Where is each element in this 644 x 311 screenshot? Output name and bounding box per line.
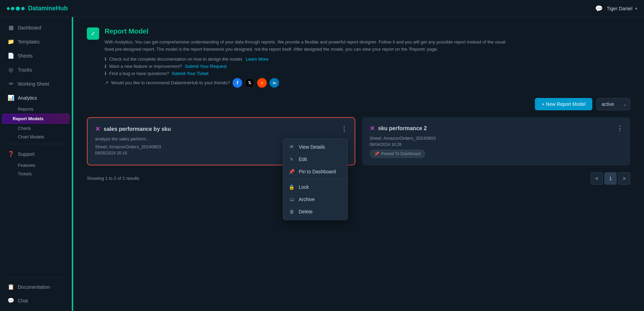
sidebar-label-working-sheet: Working Sheet <box>18 81 49 87</box>
card-2-menu-button[interactable]: ⋮ <box>617 125 623 132</box>
new-report-model-button[interactable]: + New Report Model <box>535 98 592 110</box>
reddit-button[interactable]: r <box>257 78 267 88</box>
sidebar-sub-chart-models[interactable]: Chart Models <box>2 133 69 141</box>
header-right: 💬 Tiger Daniel ▾ <box>595 5 637 12</box>
dashboard-icon: ▦ <box>8 24 14 31</box>
info-link-text-4: Would you like to recommend DatamineHub … <box>111 80 230 85</box>
sidebar-label-report-models: Report Models <box>13 116 43 121</box>
context-menu-lock[interactable]: 🔒 Lock <box>283 181 347 193</box>
card-1-cross-icon: ✕ <box>95 125 100 133</box>
sidebar-item-support[interactable]: ❓ Support <box>2 147 69 161</box>
analytics-icon: 📊 <box>8 95 14 101</box>
info-links: ℹ Check out the complete documentation o… <box>105 57 515 88</box>
share-icon: ↗ <box>105 80 108 85</box>
logo-dot-3 <box>16 7 20 11</box>
logo-dot-2 <box>11 7 14 10</box>
sidebar-item-dashboard[interactable]: ▦ Dashboard <box>2 21 69 34</box>
info-link-2[interactable]: Submit Your Request <box>185 64 226 69</box>
context-menu-divider <box>283 179 347 179</box>
sidebar-divider-2 <box>4 277 67 277</box>
sidebar-label-templates: Templates <box>18 39 40 45</box>
user-chevron-icon: ▾ <box>635 6 637 11</box>
documentation-icon: 📋 <box>8 284 14 290</box>
logo-text: DatamineHub <box>28 5 68 12</box>
context-menu-archive[interactable]: 🗂 Archive <box>283 193 347 206</box>
view-details-icon: 👁 <box>289 144 295 150</box>
sidebar-item-chat[interactable]: 💬 Chat <box>2 294 69 307</box>
card-1-menu-button[interactable]: ⋮ <box>341 125 347 133</box>
toolbar: + New Report Model active archived all <box>87 98 630 110</box>
sidebar-sub-features[interactable]: Features <box>2 161 69 169</box>
delete-icon: 🗑 <box>289 209 295 214</box>
twitter-x-button[interactable]: 𝕏 <box>245 78 254 88</box>
sidebar-item-templates[interactable]: 📁 Templates <box>2 35 69 48</box>
sidebar-sub-reports[interactable]: Reports <box>2 105 69 113</box>
report-card-2-title-text: sku performance 2 <box>378 125 427 132</box>
status-select[interactable]: active archived all <box>596 98 630 110</box>
sidebar-item-sheets[interactable]: 📄 Sheets <box>2 49 69 62</box>
sidebar-item-tracks[interactable]: ◎ Tracks <box>2 63 69 76</box>
context-menu-delete[interactable]: 🗑 Delete <box>283 206 347 218</box>
lock-icon: 🔒 <box>289 184 295 190</box>
sidebar-label-dashboard: Dashboard <box>18 25 41 30</box>
info-link-text-1: Check out the complete documentation on … <box>109 57 243 62</box>
report-card-1[interactable]: ✕ sales performance by sku ⋮ analyze the… <box>87 117 355 165</box>
info-link-3[interactable]: Submit Your Ticket <box>172 71 209 76</box>
logo-dots <box>7 7 25 11</box>
pagination-prev-button[interactable]: < <box>591 172 603 185</box>
sheets-icon: 📄 <box>8 52 14 59</box>
user-menu[interactable]: Tiger Daniel ▾ <box>607 6 637 11</box>
social-icons: f 𝕏 r in <box>233 78 279 88</box>
chat-header-icon[interactable]: 💬 <box>595 5 603 12</box>
sidebar-sub-report-models[interactable]: Report Models <box>2 114 69 124</box>
logo-dot-1 <box>7 7 10 10</box>
report-card-2-title: ✕ sku performance 2 <box>370 125 427 132</box>
info-card-title: Report Model <box>105 27 515 35</box>
context-menu-archive-label: Archive <box>299 197 315 202</box>
context-menu-delete-label: Delete <box>299 209 313 214</box>
sidebar-item-working-sheet[interactable]: ✏ Working Sheet <box>2 77 69 90</box>
card-2-cross-icon: ✕ <box>370 125 375 132</box>
context-menu-view-details-label: View Details <box>299 144 325 150</box>
sidebar-sub-tickets[interactable]: Tickets <box>2 170 69 178</box>
pin-badge-label: Pinned To Dashboard <box>381 151 421 156</box>
sidebar-label-analytics: Analytics <box>18 95 37 101</box>
pagination-next-button[interactable]: > <box>618 172 630 185</box>
archive-icon: 🗂 <box>289 197 295 202</box>
report-card-2-header: ✕ sku performance 2 ⋮ <box>370 125 623 132</box>
info-link-1[interactable]: Learn More <box>246 57 268 62</box>
cards-grid: ✕ sales performance by sku ⋮ analyze the… <box>87 117 630 165</box>
info-icon-3: ℹ <box>105 71 106 76</box>
linkedin-button[interactable]: in <box>270 78 279 88</box>
pin-icon: 📌 <box>289 169 295 174</box>
chat-sidebar-icon: 💬 <box>8 297 14 304</box>
status-select-wrapper: active archived all <box>596 98 630 110</box>
info-card-description: With Analytics, You can get comprehensiv… <box>105 39 515 53</box>
context-menu-lock-label: Lock <box>299 184 309 190</box>
app-body: ▦ Dashboard 📁 Templates 📄 Sheets ◎ Track… <box>0 17 644 311</box>
pagination-page-1-button[interactable]: 1 <box>604 172 617 185</box>
sidebar-label-charts: Charts <box>18 126 31 131</box>
sidebar: ▦ Dashboard 📁 Templates 📄 Sheets ◎ Track… <box>0 17 72 311</box>
context-menu-view-details[interactable]: 👁 View Details <box>283 141 347 153</box>
sidebar-label-support: Support <box>18 151 35 157</box>
edit-icon: ✎ <box>289 157 295 162</box>
info-link-row-4: ↗ Would you like to recommend DatamineHu… <box>105 78 515 88</box>
report-card-1-header: ✕ sales performance by sku ⋮ <box>95 125 347 133</box>
info-link-row-1: ℹ Check out the complete documentation o… <box>105 57 515 62</box>
info-card: ✓ Report Model With Analytics, You can g… <box>87 27 630 88</box>
working-sheet-icon: ✏ <box>8 80 14 87</box>
sidebar-item-analytics[interactable]: 📊 Analytics <box>2 91 69 104</box>
sidebar-sub-charts[interactable]: Charts <box>2 124 69 132</box>
context-menu-pin[interactable]: 📌 Pin to Dashboard <box>283 165 347 178</box>
facebook-button[interactable]: f <box>233 78 242 88</box>
context-menu-edit[interactable]: ✎ Edit <box>283 153 347 165</box>
pagination: Showing 1 to 2 of 2 results < 1 > <box>87 172 630 185</box>
sidebar-item-documentation[interactable]: 📋 Documentation <box>2 280 69 294</box>
report-card-2[interactable]: ✕ sku performance 2 ⋮ Sheet: AmazonOrder… <box>362 117 631 165</box>
header: DatamineHub 💬 Tiger Daniel ▾ <box>0 0 644 17</box>
pagination-info: Showing 1 to 2 of 2 results <box>87 176 139 181</box>
info-card-icon: ✓ <box>87 27 99 40</box>
info-link-row-3: ℹ Find a bug or have questions? Submit Y… <box>105 71 515 76</box>
sidebar-divider-1 <box>4 144 67 144</box>
